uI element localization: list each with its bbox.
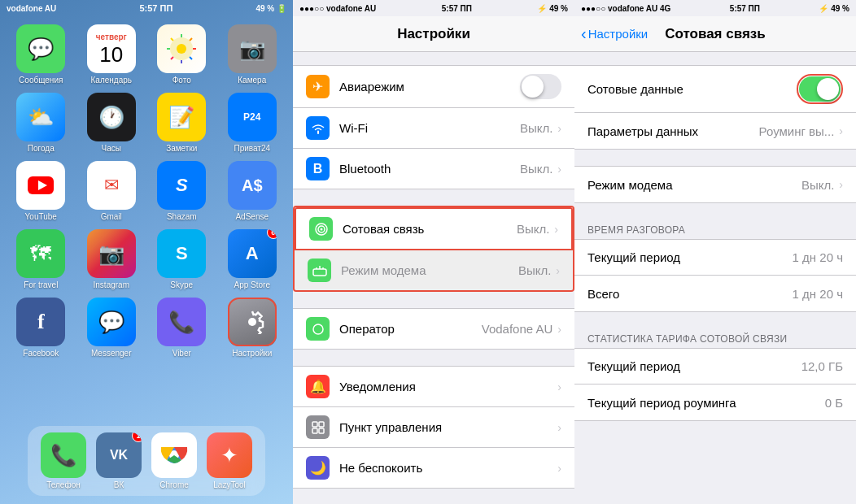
adsense-icon: A$ — [228, 161, 277, 210]
dnd-label: Не беспокоить — [339, 461, 557, 475]
data-params-label: Параметры данных — [587, 124, 759, 138]
app-photos[interactable]: Фото — [151, 24, 213, 85]
svg-rect-21 — [319, 422, 324, 427]
photos-icon — [157, 24, 206, 73]
camera-icon: 📷 — [228, 24, 277, 73]
app-appstore[interactable]: A 6 App Store — [221, 229, 284, 289]
total-talk-label: Всего — [587, 287, 793, 301]
settings-row-modem[interactable]: Режим модема Выкл. › — [295, 250, 573, 290]
modem-group-detail: Режим модема Выкл. › — [574, 166, 856, 203]
app-calendar[interactable]: четверг10 Календарь — [81, 24, 143, 85]
app-gmail[interactable]: ✉ Gmail — [81, 161, 143, 221]
app-messenger[interactable]: 💬 Messenger — [81, 298, 143, 358]
stat-roaming-row: Текущий период роуминга 0 Б — [574, 385, 856, 420]
cellular-carrier: ●●●○○ vodafone AU 4G — [581, 4, 670, 13]
facebook-label: Facebook — [23, 349, 59, 358]
vk-badge: 1 — [132, 432, 142, 442]
app-camera[interactable]: 📷 Камера — [221, 24, 284, 85]
wifi-icon — [306, 116, 330, 140]
facebook-icon: f — [16, 298, 65, 346]
current-period-talk-value: 1 дн 20 ч — [793, 250, 843, 264]
settings-title: Настройки — [397, 26, 470, 42]
dock-chrome[interactable]: Chrome — [151, 432, 197, 489]
settings-row-notifications[interactable]: 🔔 Уведомления › — [293, 367, 574, 407]
appstore-label: App Store — [234, 280, 270, 289]
network-group: ✈ Авиарежим Wi-Fi Выкл. › B Bluetooth Вы… — [293, 65, 574, 189]
app-youtube[interactable]: YouTube — [10, 161, 72, 221]
app-dock: 📞 Телефон VK 1 ВК Chrome ✦ LazyTool — [28, 426, 265, 496]
modem-detail-chevron: › — [839, 178, 843, 191]
app-facebook[interactable]: f Facebook — [10, 298, 72, 358]
back-button[interactable]: ‹ Настройки — [581, 24, 648, 43]
app-messages[interactable]: 💬 Сообщения — [10, 24, 72, 85]
settings-row-bluetooth[interactable]: B Bluetooth Выкл. › — [293, 149, 574, 189]
cellular-stats-header: СТАТИСТИКА ТАРИФА СОТОВОЙ СВЯЗИ — [574, 328, 856, 348]
dock-phone[interactable]: 📞 Телефон — [41, 432, 86, 489]
wifi-chevron: › — [557, 122, 561, 135]
controlcenter-icon — [306, 415, 330, 439]
settings-row-controlcenter[interactable]: Пункт управления › — [293, 407, 574, 448]
app-weather[interactable]: ⛅ Погода — [10, 93, 72, 153]
airplane-toggle[interactable] — [520, 74, 561, 99]
app-skype[interactable]: S Skype — [151, 229, 213, 289]
modem-icon — [308, 259, 331, 282]
home-carrier: vodafone AU — [7, 4, 56, 13]
phone-label: Телефон — [46, 480, 80, 489]
svg-point-1 — [177, 44, 186, 54]
dnd-chevron: › — [557, 462, 561, 475]
settings-status-bar: ●●●○○ vodafone AU 5:57 ПП ⚡ 49 % — [293, 0, 574, 16]
airplane-icon: ✈ — [306, 75, 330, 98]
app-adsense[interactable]: A$ AdSense — [221, 161, 284, 221]
app-privat[interactable]: P24 Приват24 — [221, 93, 284, 153]
stat-current-row: Текущий период 12,0 ГБ — [574, 349, 856, 385]
instagram-icon: 📷 — [87, 229, 136, 278]
stat-current-label: Текущий период — [587, 359, 801, 373]
dock-lazytool[interactable]: ✦ LazyTool — [207, 432, 252, 489]
cellular-data-toggle-wrap — [797, 74, 843, 104]
operator-chevron: › — [557, 323, 561, 336]
settings-icon — [228, 298, 277, 346]
back-label: Настройки — [588, 27, 649, 41]
settings-row-dnd[interactable]: 🌙 Не беспокоить › — [293, 448, 574, 488]
svg-rect-18 — [313, 269, 326, 276]
settings-row-airplane[interactable]: ✈ Авиарежим — [293, 66, 574, 108]
cellular-label: Сотовая связь — [343, 222, 517, 236]
cellular-data-toggle[interactable] — [799, 76, 841, 102]
modem-label: Режим модема — [341, 263, 518, 277]
cellular-nav-bar: ‹ Настройки Сотовая связь — [574, 16, 856, 52]
settings-row-cellular[interactable]: Сотовая связь Выкл. › — [295, 207, 573, 250]
modem-detail-label: Режим модема — [587, 178, 801, 192]
svg-point-19 — [313, 324, 323, 334]
cellular-data-row[interactable]: Сотовые данные — [574, 66, 856, 113]
app-settings[interactable]: Настройки — [221, 298, 284, 358]
settings-carrier: ●●●○○ vodafone AU — [299, 4, 376, 13]
weather-icon: ⛅ — [16, 93, 65, 141]
dock-vk[interactable]: VK 1 ВК — [96, 432, 142, 489]
app-viber[interactable]: 📞 Viber — [151, 298, 213, 358]
stat-roaming-label: Текущий период роуминга — [587, 396, 825, 410]
notes-icon: 📝 — [157, 93, 206, 141]
settings-row-wifi[interactable]: Wi-Fi Выкл. › — [293, 108, 574, 149]
data-params-row[interactable]: Параметры данных Роуминг вы... › — [574, 113, 856, 149]
app-travel[interactable]: 🗺 For travel — [10, 229, 72, 289]
app-grid: 💬 Сообщения четверг10 Календарь Фото 📷 К… — [0, 16, 293, 366]
app-clock[interactable]: 🕐 Часы — [81, 93, 143, 153]
modem-detail-row[interactable]: Режим модема Выкл. › — [574, 167, 856, 202]
calendar-icon: четверг10 — [87, 24, 136, 73]
app-instagram[interactable]: 📷 Instagram — [81, 229, 143, 289]
operator-value: Vodafone AU — [482, 322, 553, 336]
bluetooth-label: Bluetooth — [339, 162, 520, 176]
operator-icon — [306, 317, 330, 341]
cellular-data-group: Сотовые данные Параметры данных Роуминг … — [574, 65, 856, 150]
chrome-label: Chrome — [159, 480, 189, 489]
youtube-label: YouTube — [25, 212, 57, 221]
settings-row-operator[interactable]: Оператор Vodafone AU › — [293, 309, 574, 349]
app-shazam[interactable]: S Shazam — [151, 161, 213, 221]
viber-label: Viber — [173, 349, 191, 358]
svg-line-3 — [190, 38, 192, 41]
viber-icon: 📞 — [157, 298, 206, 346]
bluetooth-icon: B — [306, 157, 330, 180]
wifi-label: Wi-Fi — [339, 121, 520, 135]
app-notes[interactable]: 📝 Заметки — [151, 93, 213, 153]
settings-nav-bar: Настройки — [293, 16, 574, 52]
